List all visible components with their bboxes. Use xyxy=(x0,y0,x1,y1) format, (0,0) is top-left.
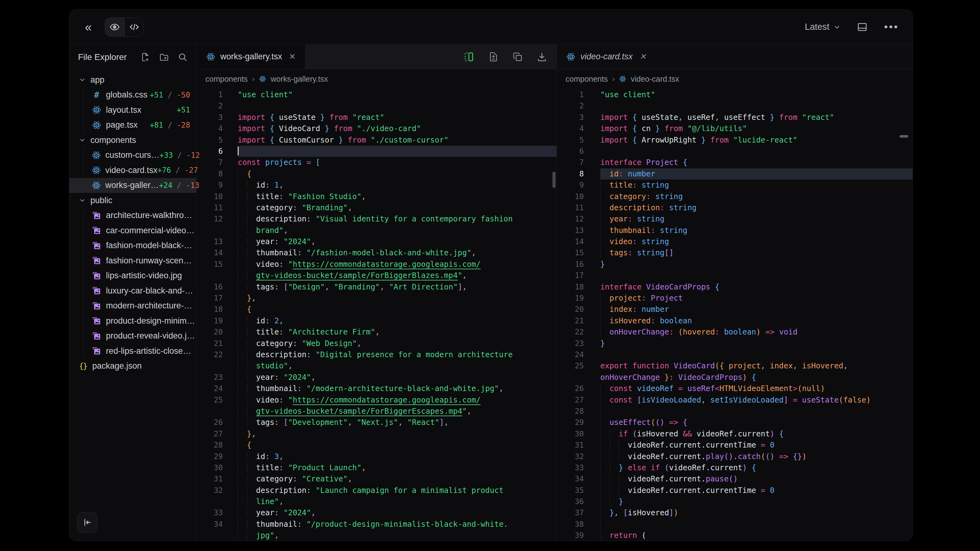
tree-file-globals.css[interactable]: #globals.css+51 / -50 xyxy=(69,87,196,103)
search-icon[interactable] xyxy=(178,52,188,62)
tree-file-luxury-car-black-and-[interactable]: luxury-car-black-and-… xyxy=(69,283,196,299)
tree-file-car-commercial-video-[interactable]: car-commercial-video… xyxy=(69,223,196,238)
code-line-content: videoRef.current.pause() xyxy=(600,473,913,484)
tree-file-fashion-runway-scen-[interactable]: fashion-runway-scen… xyxy=(69,253,196,268)
line-number: 37 xyxy=(557,507,600,518)
tree-folder-public[interactable]: public xyxy=(69,193,196,208)
code-line-9: 9 id: 1, xyxy=(197,179,557,191)
code-line-24: 24 xyxy=(557,349,913,360)
breadcrumb-file[interactable]: video-card.tsx xyxy=(631,75,679,84)
code-line-content xyxy=(238,146,557,157)
code-line-content: interface Project { xyxy=(600,157,913,168)
tree-folder-components[interactable]: components xyxy=(69,133,196,148)
tree-file-layout.tsx[interactable]: layout.tsx+51 xyxy=(69,103,196,118)
code-line-10: 10 title: "Fashion Studio", xyxy=(197,191,557,202)
code-line-content: id: number xyxy=(600,168,913,179)
code-line-content: useEffect(() => { xyxy=(600,417,913,428)
split-view-icon[interactable] xyxy=(463,51,474,62)
line-number xyxy=(557,372,600,383)
code-toggle-button[interactable] xyxy=(124,18,143,37)
file-diff-icon[interactable] xyxy=(488,52,499,62)
code-line-3: 3import { useState, useRef, useEffect } … xyxy=(557,112,913,123)
code-line-28: 28 xyxy=(557,406,913,417)
code-line-12: 12 year: string xyxy=(557,213,913,225)
code-line-content: import { VideoCard } from "./video-card" xyxy=(238,123,557,134)
code-line-wrap: gtv-videos-bucket/sample/ForBiggerBlazes… xyxy=(197,270,557,281)
code-line-content: "use client" xyxy=(600,89,913,100)
code-line-36: 36 } xyxy=(557,496,913,507)
code-line-content xyxy=(600,349,913,360)
code-line-content: project: Project xyxy=(600,292,913,304)
collapse-sidebar-button[interactable] xyxy=(77,512,97,533)
line-number: 25 xyxy=(197,394,238,406)
preview-toggle-button[interactable] xyxy=(105,18,124,37)
code-line-content: import { cn } from "@/lib/utils" xyxy=(600,123,913,134)
line-number: 38 xyxy=(557,519,600,530)
tree-file-lips-artistic-video.jpg[interactable]: lips-artistic-video.jpg xyxy=(69,268,196,284)
new-folder-icon[interactable] xyxy=(159,52,169,62)
collapse-panel-button[interactable]: « xyxy=(83,21,94,33)
code-line-34: 34 videoRef.current.pause() xyxy=(557,473,913,484)
code-line-content: const projects = [ xyxy=(238,157,557,168)
layout-panel-button[interactable] xyxy=(857,21,868,33)
code-editor-works-gallery[interactable]: 1"use client"2 3import { useState } from… xyxy=(197,89,557,541)
tab-works-gallery[interactable]: works-gallery.tsx ✕ xyxy=(197,44,305,69)
code-line-content: import { useState } from "react" xyxy=(238,112,557,123)
image-file-icon xyxy=(92,316,102,326)
tree-file-architecture-walkthro-[interactable]: architecture-walkthro… xyxy=(69,208,196,223)
code-line-wrap: onHoverChange }: VideoCardProps) { xyxy=(557,372,913,383)
tree-folder-app[interactable]: app xyxy=(69,72,196,87)
image-file-icon xyxy=(92,301,102,311)
tree-file-modern-architecture-[interactable]: modern-architecture-… xyxy=(69,299,196,314)
breadcrumb-file[interactable]: works-gallery.tsx xyxy=(270,75,328,84)
code-line-35: 35 videoRef.current.currentTime = 0 xyxy=(557,485,913,496)
tabbar-left: works-gallery.tsx ✕ xyxy=(197,44,557,69)
tree-file-page.tsx[interactable]: page.tsx+81 / -28 xyxy=(69,118,196,133)
line-number: 30 xyxy=(197,462,238,473)
tree-file-custom-curs-[interactable]: custom-curs…+33 / -12 xyxy=(69,148,196,163)
breadcrumb-folder[interactable]: components xyxy=(205,75,248,84)
tree-file-video-card.tsx[interactable]: video-card.tsx+76 / -27 xyxy=(69,163,196,178)
line-number: 35 xyxy=(557,485,600,496)
scrollbar-thumb[interactable] xyxy=(552,172,555,188)
code-line-19: 19 project: Project xyxy=(557,292,913,304)
indent-guide xyxy=(83,87,84,103)
top-toolbar: « Latest xyxy=(69,10,913,44)
close-tab-icon[interactable]: ✕ xyxy=(289,52,296,62)
line-number: 5 xyxy=(197,135,238,146)
version-label: Latest xyxy=(805,22,829,32)
code-editor-video-card[interactable]: 1"use client"2 3import { useState, useRe… xyxy=(557,89,913,541)
tree-file-works-galler-[interactable]: works-galler…+24 / -13 xyxy=(69,178,196,193)
version-selector[interactable]: Latest xyxy=(805,22,840,32)
diff-stats: +76 / -27 xyxy=(158,166,198,175)
tree-file-red-lips-artistic-close-[interactable]: red-lips-artistic-close… xyxy=(69,343,196,359)
code-line-12: 12 description: "Visual identity for a c… xyxy=(197,213,557,225)
react-icon xyxy=(92,121,102,130)
react-icon xyxy=(206,52,215,62)
tree-file-package.json[interactable]: {}package.json xyxy=(69,359,196,374)
code-line-content: video: "https://commondatastorage.google… xyxy=(238,394,557,406)
download-icon[interactable] xyxy=(537,52,547,62)
new-file-icon[interactable] xyxy=(140,52,150,62)
line-number: 6 xyxy=(197,146,238,157)
line-number: 10 xyxy=(557,191,600,202)
tree-file-fashion-model-black-[interactable]: fashion-model-black-… xyxy=(69,238,196,254)
more-options-button[interactable]: ••• xyxy=(884,21,899,33)
ellipsis-icon: ••• xyxy=(884,21,899,33)
code-line-content: onHoverChange: (hovered: boolean) => voi… xyxy=(600,326,913,338)
tree-file-product-reveal-video.j-[interactable]: product-reveal-video.j… xyxy=(69,329,196,344)
tree-file-product-design-minim-[interactable]: product-design-minim… xyxy=(69,313,196,329)
copy-icon[interactable] xyxy=(512,52,523,62)
scroll-marker[interactable] xyxy=(899,135,908,138)
code-line-content: videoRef.current.play().catch(() => {}) xyxy=(600,451,913,462)
folder-name: components xyxy=(91,135,136,145)
close-tab-icon[interactable]: ✕ xyxy=(640,52,646,62)
code-line-29: 29 id: 3, xyxy=(197,451,557,462)
indent-guide xyxy=(83,283,84,299)
code-line-content: year: "2024", xyxy=(238,507,557,518)
code-line-6: 6 xyxy=(197,146,557,157)
code-line-content: description: "Visual identity for a cont… xyxy=(238,213,557,225)
tab-video-card[interactable]: video-card.tsx ✕ xyxy=(557,44,655,69)
breadcrumb-folder[interactable]: components xyxy=(565,75,608,84)
code-line-content: } xyxy=(600,338,913,349)
